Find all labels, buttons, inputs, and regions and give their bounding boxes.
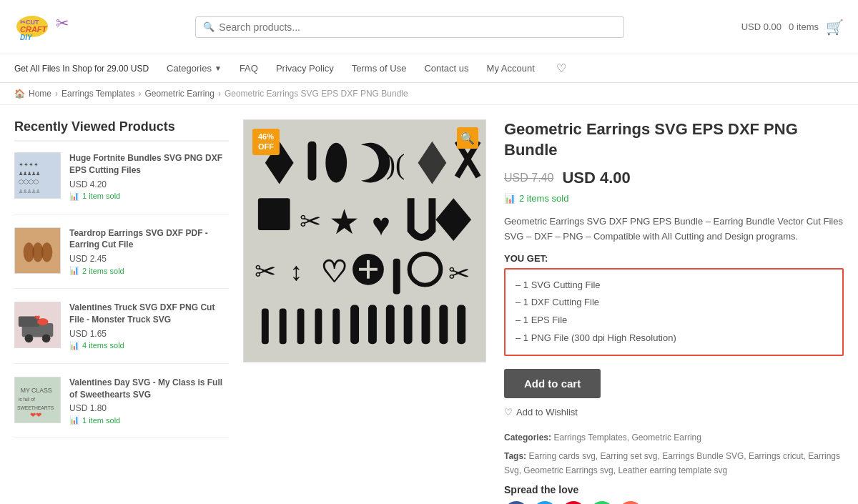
svg-rect-53 [350, 305, 359, 344]
breadcrumb-home[interactable]: Home [29, 89, 51, 99]
svg-point-29 [325, 143, 347, 183]
spread-love-label: Spread the love [504, 484, 844, 495]
product-thumbnail: ✦✦✦✦ ♟♟♟♟♟ ⬡⬡⬡⬡ ♙♙♙♙♙ [14, 152, 61, 199]
product-link[interactable]: Valentines Day SVG - My Class is Full of… [69, 377, 229, 401]
add-to-cart-button[interactable]: Add to cart [504, 369, 601, 398]
svg-rect-58 [439, 305, 448, 344]
svg-text:❤: ❤ [34, 314, 40, 322]
nav-contact[interactable]: Contact us [424, 54, 468, 82]
svg-rect-56 [404, 305, 413, 344]
product-thumbnail: ❤ [14, 302, 61, 348]
product-link[interactable]: Huge Fortnite Bundles SVG PNG DXF EPS Cu… [69, 152, 229, 177]
svg-rect-51 [315, 308, 322, 344]
nav-privacy[interactable]: Privacy Policy [276, 54, 334, 82]
breadcrumb: 🏠 Home › Earrings Templates › Geometric … [0, 83, 858, 105]
breadcrumb-current: Geometric Earrings SVG EPS DXF PNG Bundl… [225, 89, 408, 99]
svg-text:⬡⬡⬡⬡: ⬡⬡⬡⬡ [19, 179, 39, 185]
nav-faq[interactable]: FAQ [240, 54, 258, 82]
breadcrumb-earrings-templates[interactable]: Earrings Templates [61, 89, 135, 99]
chart-icon: 📊 [504, 193, 516, 204]
chevron-down-icon: ▼ [214, 64, 222, 72]
svg-rect-52 [332, 308, 340, 344]
sold-badge: 📊 4 items sold [69, 341, 229, 350]
search-icon: 🔍 [203, 21, 214, 32]
heart-icon: ♡ [504, 407, 513, 417]
logo-icon: ✂CUT CRAFT DIY ✂ [14, 7, 79, 46]
product-main: 46% OFF 🔍 )( [243, 119, 844, 504]
categories-meta: Categories: Earrings Templates, Geometri… [504, 430, 844, 445]
pinterest-share-button[interactable]: p [561, 501, 586, 504]
chart-icon: 📊 [69, 192, 79, 201]
nav-bar: Get All Files In Shop for 29.00 USD Cate… [0, 54, 858, 83]
product-link[interactable]: Valentines Truck SVG DXF PNG Cut File - … [69, 302, 229, 326]
file-item-4: – 1 PNG File (300 dpi High Resolution) [516, 330, 832, 347]
search-bar[interactable]: 🔍 [195, 16, 624, 38]
svg-rect-48 [262, 308, 269, 344]
product-title: Geometric Earrings SVG EPS DXF PNG Bundl… [504, 119, 844, 160]
cart-items: 0 items [789, 21, 819, 32]
current-price: USD 4.00 [562, 169, 630, 187]
cart-icon[interactable]: 🛒 [826, 19, 844, 36]
svg-text:♡: ♡ [320, 255, 347, 289]
twitter-share-button[interactable]: t [533, 501, 557, 504]
svg-text:✂: ✂ [255, 257, 276, 286]
svg-text:CRAFT: CRAFT [20, 25, 48, 34]
svg-text:✂: ✂ [300, 207, 321, 236]
chart-icon: 📊 [69, 415, 79, 425]
product-price: USD 1.80 [69, 403, 229, 413]
svg-text:✦✦✦✦: ✦✦✦✦ [19, 162, 39, 168]
main-content: Recently Viewed Products ✦✦✦✦ ♟♟♟♟♟ ⬡⬡⬡⬡… [0, 105, 858, 504]
product-description: Geometric Earrings SVG DXF PNG EPS Bundl… [504, 214, 844, 244]
product-price: USD 4.20 [69, 179, 229, 189]
breadcrumb-geometric-earring[interactable]: Geometric Earring [145, 89, 214, 99]
product-info: Huge Fortnite Bundles SVG PNG DXF EPS Cu… [69, 152, 229, 201]
svg-text:★: ★ [329, 203, 360, 241]
file-item-1: – 1 SVG Cutting File [516, 277, 832, 295]
list-item: Teardrop Earrings SVG DXF PDF - Earring … [14, 227, 229, 290]
search-input[interactable] [219, 21, 616, 33]
files-list: – 1 SVG Cutting File – 1 DXF Cutting Fil… [504, 268, 844, 356]
svg-text:✂: ✂ [56, 14, 69, 32]
svg-rect-59 [457, 305, 465, 344]
nav-account[interactable]: My Account [487, 54, 535, 82]
svg-text:MY CLASS: MY CLASS [21, 387, 52, 394]
sidebar: Recently Viewed Products ✦✦✦✦ ♟♟♟♟♟ ⬡⬡⬡⬡… [14, 119, 229, 504]
svg-text:SWEETHEARTS: SWEETHEARTS [17, 405, 54, 410]
whatsapp-share-button[interactable]: w [590, 501, 614, 504]
nav-terms[interactable]: Terms of Use [352, 54, 407, 82]
product-thumbnail: MY CLASS is full of SWEETHEARTS ❤❤ [14, 377, 61, 423]
list-item: MY CLASS is full of SWEETHEARTS ❤❤ Valen… [14, 377, 229, 439]
price-area: USD 7.40 USD 4.00 [504, 169, 844, 187]
file-item-3: – 1 EPS File [516, 312, 832, 330]
discount-badge: 46% OFF [252, 129, 280, 155]
product-link[interactable]: Teardrop Earrings SVG DXF PDF - Earring … [69, 227, 229, 252]
add-to-wishlist-link[interactable]: ♡ Add to Wishlist [504, 407, 844, 417]
product-info: Valentines Day SVG - My Class is Full of… [69, 377, 229, 425]
product-image: 46% OFF 🔍 )( [243, 119, 486, 362]
product-price: USD 1.65 [69, 329, 229, 339]
svg-text:♙♙♙♙♙: ♙♙♙♙♙ [19, 189, 40, 194]
zoom-icon[interactable]: 🔍 [457, 127, 478, 149]
svg-rect-34 [258, 198, 290, 230]
svg-text:DIY: DIY [20, 34, 33, 41]
svg-text:is full of: is full of [19, 397, 35, 402]
tags-meta: Tags: Earring cards svg, Earring set svg… [504, 449, 844, 478]
earrings-svg: )( ✂ ★ ♥ [244, 120, 485, 362]
nav-categories[interactable]: Categories ▼ [167, 54, 222, 82]
facebook-share-button[interactable]: f [504, 501, 528, 504]
svg-rect-49 [280, 308, 287, 344]
original-price: USD 7.40 [504, 172, 553, 184]
wishlist-nav-icon[interactable]: ♡ [556, 61, 566, 75]
you-get-label: YOU GET: [504, 253, 844, 264]
list-item: ❤ Valentines Truck SVG DXF PNG Cut File … [14, 302, 229, 364]
svg-rect-55 [386, 305, 395, 344]
chart-icon: 📊 [69, 266, 79, 275]
svg-point-18 [42, 335, 51, 343]
svg-text:❤❤: ❤❤ [30, 411, 41, 419]
share-button[interactable]: ◎ [618, 501, 643, 504]
sold-badge: 📊 1 item sold [69, 192, 229, 201]
svg-text:♥: ♥ [372, 207, 390, 242]
logo[interactable]: ✂CUT CRAFT DIY ✂ [14, 7, 79, 46]
svg-point-17 [25, 335, 34, 343]
file-item-2: – 1 DXF Cutting File [516, 294, 832, 312]
